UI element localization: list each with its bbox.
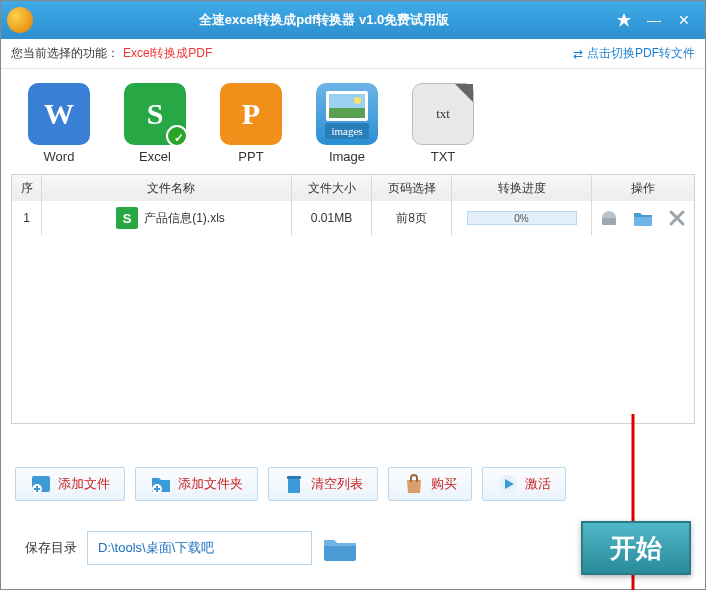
- current-function-value: Excel转换成PDF: [123, 45, 212, 62]
- start-button-label: 开始: [610, 531, 662, 566]
- table-header: 序 文件名称 文件大小 页码选择 转换进度 操作: [12, 175, 694, 201]
- svg-rect-0: [602, 218, 616, 225]
- add-folder-icon: [150, 473, 172, 495]
- save-path-value: D:\tools\桌面\下载吧: [98, 539, 214, 557]
- buy-button[interactable]: 购买: [388, 467, 472, 501]
- browse-folder-button[interactable]: [322, 534, 358, 562]
- window-title: 全速excel转换成pdf转换器 v1.0免费试用版: [39, 11, 609, 29]
- close-button[interactable]: ✕: [669, 10, 699, 30]
- row-seq: 1: [12, 201, 42, 235]
- activate-icon: [497, 473, 519, 495]
- buy-label: 购买: [431, 475, 457, 493]
- save-path-input[interactable]: D:\tools\桌面\下载吧: [87, 531, 312, 565]
- bottom-bar: 保存目录 D:\tools\桌面\下载吧 开始: [1, 511, 705, 589]
- format-txt-label: TXT: [403, 149, 483, 164]
- col-seq: 序: [12, 175, 42, 201]
- swap-icon: ⇄: [573, 47, 583, 61]
- progress-bar: 0%: [467, 211, 577, 225]
- row-pages[interactable]: 前8页: [372, 201, 452, 235]
- toolbar: 添加文件 添加文件夹 清空列表 购买 激活: [1, 449, 705, 511]
- format-selector: WWord SExcel PPPT imagesImage txtTXT: [1, 69, 705, 174]
- excel-file-icon: S: [116, 207, 138, 229]
- col-pages: 页码选择: [372, 175, 452, 201]
- titlebar: 全速excel转换成pdf转换器 v1.0免费试用版 — ✕: [1, 1, 705, 39]
- row-size: 0.01MB: [292, 201, 372, 235]
- format-image[interactable]: imagesImage: [307, 83, 387, 164]
- format-image-label: Image: [307, 149, 387, 164]
- row-filename: 产品信息(1).xls: [144, 210, 225, 227]
- pin-button[interactable]: [609, 10, 639, 30]
- format-txt[interactable]: txtTXT: [403, 83, 483, 164]
- progress-value: 0%: [514, 213, 528, 224]
- col-size: 文件大小: [292, 175, 372, 201]
- format-word[interactable]: WWord: [19, 83, 99, 164]
- add-folder-label: 添加文件夹: [178, 475, 243, 493]
- start-button[interactable]: 开始: [581, 521, 691, 575]
- switch-mode-label: 点击切换PDF转文件: [587, 45, 695, 62]
- clear-list-button[interactable]: 清空列表: [268, 467, 378, 501]
- app-logo-icon: [7, 7, 33, 33]
- add-file-icon: [30, 473, 52, 495]
- table-row[interactable]: 1 S 产品信息(1).xls 0.01MB 前8页 0%: [12, 201, 694, 235]
- activate-button[interactable]: 激活: [482, 467, 566, 501]
- format-word-label: Word: [19, 149, 99, 164]
- remove-row-icon[interactable]: [667, 209, 687, 227]
- minimize-button[interactable]: —: [639, 10, 669, 30]
- format-excel[interactable]: SExcel: [115, 83, 195, 164]
- open-file-icon[interactable]: [599, 209, 619, 227]
- function-bar: 您当前选择的功能： Excel转换成PDF ⇄ 点击切换PDF转文件: [1, 39, 705, 69]
- open-folder-icon[interactable]: [633, 209, 653, 227]
- svg-rect-7: [287, 476, 301, 479]
- col-name: 文件名称: [42, 175, 292, 201]
- clear-list-label: 清空列表: [311, 475, 363, 493]
- format-excel-label: Excel: [115, 149, 195, 164]
- activate-label: 激活: [525, 475, 551, 493]
- shopping-bag-icon: [403, 473, 425, 495]
- switch-mode-link[interactable]: ⇄ 点击切换PDF转文件: [573, 45, 695, 62]
- add-folder-button[interactable]: 添加文件夹: [135, 467, 258, 501]
- txt-inner-label: txt: [436, 106, 450, 122]
- current-function-label: 您当前选择的功能：: [11, 45, 119, 62]
- add-file-button[interactable]: 添加文件: [15, 467, 125, 501]
- col-ops: 操作: [592, 175, 694, 201]
- add-file-label: 添加文件: [58, 475, 110, 493]
- col-progress: 转换进度: [452, 175, 592, 201]
- save-dir-label: 保存目录: [15, 539, 77, 557]
- svg-rect-6: [288, 479, 300, 493]
- trash-icon: [283, 473, 305, 495]
- images-badge: images: [325, 123, 368, 139]
- file-table: 序 文件名称 文件大小 页码选择 转换进度 操作 1 S 产品信息(1).xls…: [11, 174, 695, 424]
- format-ppt[interactable]: PPPT: [211, 83, 291, 164]
- format-ppt-label: PPT: [211, 149, 291, 164]
